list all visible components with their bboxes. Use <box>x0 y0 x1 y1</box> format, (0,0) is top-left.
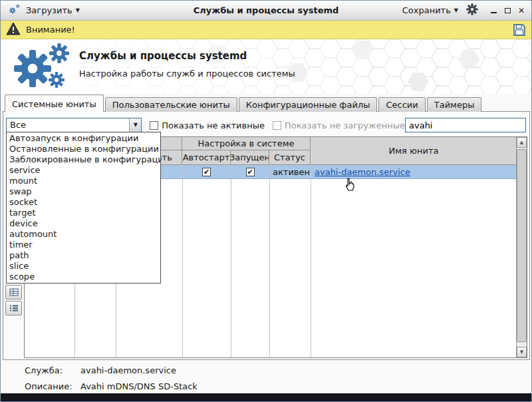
service-info-row: Служба: avahi-daemon.service <box>25 365 176 375</box>
caret-down-icon: ▼ <box>454 8 458 13</box>
show-unloaded-label: Показать не загруженные <box>285 120 405 130</box>
warning-text: Внимание! <box>26 25 75 35</box>
service-label: Служба: <box>25 365 80 375</box>
header-col-running[interactable]: Запущен <box>231 150 269 165</box>
show-unloaded-checkbox-group: Показать не загруженные <box>273 120 405 130</box>
load-menu-button[interactable]: Загрузить ▼ <box>26 5 80 15</box>
running-checkbox-checked[interactable]: ✔ <box>246 168 255 176</box>
maximize-icon <box>505 8 511 13</box>
show-inactive-checkbox-group: Показать не активные <box>150 120 265 130</box>
scrollbar-thumb[interactable] <box>517 149 527 342</box>
tab-bar: Системные юниты Пользовательские юниты К… <box>5 95 481 112</box>
autostart-checkbox-checked[interactable]: ✔ <box>202 168 211 176</box>
app-window: Загрузить ▼ Службы и процессы systemd Со… <box>0 0 532 402</box>
header-col-status[interactable]: Статус <box>269 150 311 165</box>
unit-name-link[interactable]: avahi-daemon.service <box>311 167 410 177</box>
caret-down-icon: ▼ <box>134 122 138 128</box>
filter-row: Все ▼ Показать не активные Показать не з… <box>6 118 526 132</box>
search-input[interactable] <box>405 118 526 132</box>
dropdown-option[interactable]: service <box>7 165 160 176</box>
dropdown-option[interactable]: Заблокированные в конфигурации <box>7 154 160 165</box>
dropdown-option[interactable]: Остановленные в конфигурации <box>7 144 160 154</box>
dropdown-option[interactable]: path <box>7 250 160 261</box>
warning-triangle-icon <box>6 22 21 37</box>
window-bottom-bar <box>1 393 531 401</box>
unit-type-combobox[interactable]: Все ▼ <box>6 118 142 132</box>
table-icon <box>9 288 19 296</box>
save-report-button[interactable] <box>513 23 526 37</box>
dropdown-option[interactable]: slice <box>7 261 160 272</box>
header-unit-name[interactable]: Имя юнита <box>311 137 517 165</box>
dropdown-option[interactable]: swap <box>7 186 160 197</box>
description-label: Описание: <box>25 381 80 391</box>
settings-gear-button[interactable] <box>466 3 478 17</box>
view-table-button[interactable] <box>5 285 22 300</box>
column-divider <box>182 165 183 357</box>
minimize-button[interactable] <box>489 6 498 15</box>
column-divider <box>231 165 231 357</box>
header-group-system[interactable]: Настройка в системе <box>182 137 311 150</box>
dropdown-option[interactable]: device <box>7 218 160 229</box>
hand-cursor-icon <box>344 178 355 194</box>
titlebar: Загрузить ▼ Службы и процессы systemd Со… <box>1 1 531 21</box>
dropdown-option[interactable]: Автозапуск в конфигурации <box>7 133 160 144</box>
show-inactive-checkbox[interactable] <box>150 121 158 130</box>
view-list-button[interactable] <box>5 301 22 315</box>
show-unloaded-checkbox[interactable] <box>273 121 281 130</box>
header-banner: Службы и процессы systemd Настройка рабо… <box>1 39 531 94</box>
dropdown-option[interactable]: socket <box>7 197 160 208</box>
tab-sessions[interactable]: Сессии <box>378 97 425 112</box>
page-subtitle: Настройка работы служб и процессов систе… <box>79 69 295 79</box>
service-value: avahi-daemon.service <box>80 365 176 375</box>
app-gears-icon <box>6 2 22 19</box>
combobox-value: Все <box>7 118 129 132</box>
show-inactive-label: Показать не активные <box>162 120 265 130</box>
list-icon <box>9 304 19 312</box>
dropdown-option[interactable]: timer <box>7 240 160 250</box>
dropdown-option[interactable]: mount <box>7 176 160 186</box>
description-info-row: Описание: Avahi mDNS/DNS SD-Stack <box>25 381 198 391</box>
status-value: активен <box>269 167 310 177</box>
maximize-button[interactable] <box>503 6 512 15</box>
close-icon: ✕ <box>518 7 525 15</box>
tab-system-units[interactable]: Системные юниты <box>5 95 104 112</box>
vertical-scrollbar[interactable]: ▲ ▼ <box>516 137 527 357</box>
caret-down-icon: ▼ <box>76 8 80 13</box>
save-menu-label: Сохранить <box>402 5 451 15</box>
dropdown-option[interactable]: target <box>7 208 160 218</box>
tab-user-units[interactable]: Пользовательские юниты <box>105 97 237 112</box>
combobox-dropdown-button[interactable]: ▼ <box>129 118 141 132</box>
scroll-down-button[interactable]: ▼ <box>517 347 527 357</box>
unit-type-dropdown-list: Автозапуск в конфигурации Остановленные … <box>6 132 161 284</box>
page-title: Службы и процессы systemd <box>79 50 295 62</box>
banner-gears-icon <box>11 42 75 93</box>
warning-bar: Внимание! <box>1 21 531 39</box>
save-menu-button[interactable]: Сохранить ▼ <box>402 5 458 15</box>
minimize-icon <box>491 12 497 13</box>
column-divider <box>269 165 270 357</box>
tab-config-files[interactable]: Конфигурационные файлы <box>239 97 378 112</box>
header-col-autostart[interactable]: Автостарт <box>182 150 231 165</box>
dropdown-option[interactable]: scope <box>7 272 160 282</box>
load-menu-label: Загрузить <box>26 5 72 15</box>
tab-timers[interactable]: Таймеры <box>427 97 482 112</box>
dropdown-option[interactable]: automount <box>7 229 160 240</box>
close-button[interactable]: ✕ <box>517 6 526 15</box>
column-divider <box>311 165 311 357</box>
description-value: Avahi mDNS/DNS SD-Stack <box>80 381 198 391</box>
scroll-up-button[interactable]: ▲ <box>517 137 527 148</box>
